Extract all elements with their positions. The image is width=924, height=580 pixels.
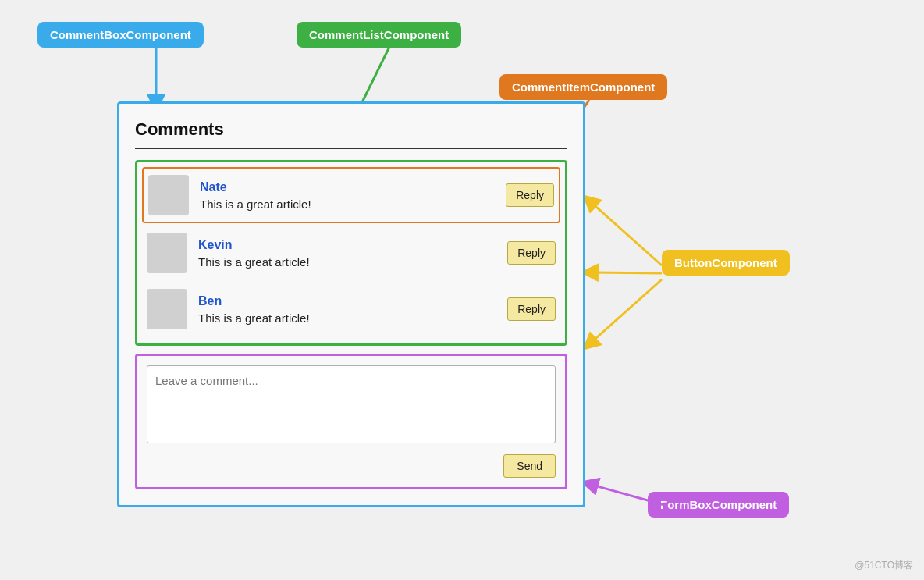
comment-list-label: CommentListComponent (297, 22, 461, 48)
button-component-label: ButtonComponent (662, 250, 790, 276)
comment-content: Ben This is a great article! (198, 294, 507, 325)
comment-item: Kevin This is a great article! Reply (142, 226, 560, 279)
avatar (147, 289, 187, 329)
avatar (147, 233, 187, 273)
comment-content: Kevin This is a great article! (198, 238, 507, 269)
avatar (148, 175, 189, 215)
comment-author: Ben (198, 294, 507, 308)
comment-item: Ben This is a great article! Reply (142, 283, 560, 336)
comment-text: This is a great article! (200, 197, 506, 211)
comments-title: Comments (135, 119, 567, 140)
form-box-label: FormBoxComponent (648, 492, 789, 518)
comment-textarea[interactable] (147, 365, 556, 443)
comment-item-label: CommentItemComponent (499, 74, 667, 100)
reply-button[interactable]: Reply (507, 297, 556, 321)
comment-text: This is a great article! (198, 311, 507, 325)
svg-line-3 (589, 201, 662, 265)
comment-item: Nate This is a great article! Reply (142, 167, 560, 223)
comment-box-label: CommentBoxComponent (37, 22, 204, 48)
comment-content: Nate This is a great article! (200, 180, 506, 211)
svg-line-5 (589, 279, 662, 344)
comment-box-component: Comments Nate This is a great article! R… (117, 101, 585, 507)
watermark: @51CTO博客 (855, 559, 913, 572)
reply-button[interactable]: Reply (506, 183, 554, 207)
comment-list-component: Nate This is a great article! Reply Kevi… (135, 160, 567, 346)
send-button[interactable]: Send (503, 454, 556, 478)
comment-text: This is a great article! (198, 255, 507, 269)
svg-line-4 (589, 272, 662, 273)
comment-author: Kevin (198, 238, 507, 252)
comment-author: Nate (200, 180, 506, 194)
reply-button[interactable]: Reply (507, 241, 556, 265)
title-divider (135, 148, 567, 149)
send-row: Send (147, 454, 556, 478)
form-box-component: Send (135, 354, 567, 489)
